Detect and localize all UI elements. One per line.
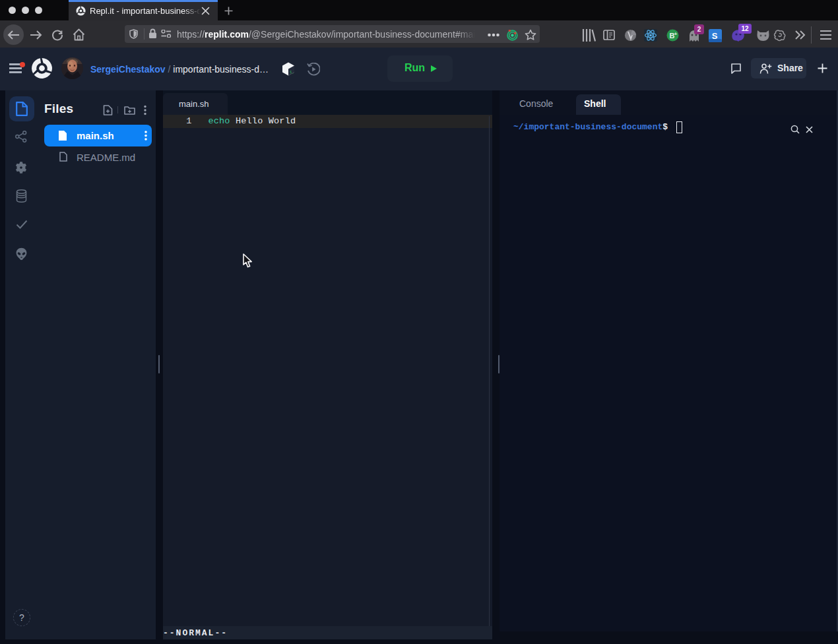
svg-text:$_: $_ [290,71,294,75]
svg-text:+: + [674,31,678,37]
svg-text:S: S [712,31,718,41]
